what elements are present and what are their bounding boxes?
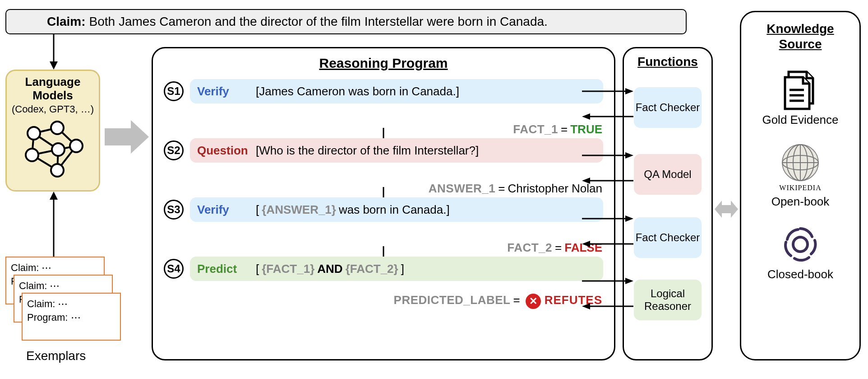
arrow-step-to-func bbox=[582, 152, 633, 159]
documents-icon bbox=[779, 70, 822, 110]
knowledge-item-closed-book: Closed-book bbox=[767, 224, 833, 281]
knowledge-item-wikipedia: WIKIPEDIA Open-book bbox=[771, 142, 830, 209]
arrow-exemplars-to-lm bbox=[47, 192, 60, 257]
claim-bar: Claim: Both James Cameron and the direct… bbox=[5, 9, 687, 34]
svg-point-16 bbox=[51, 164, 64, 177]
step-s3: S3 Verify [ {ANSWER_1} was born in Canad… bbox=[164, 197, 603, 257]
keyword-verify: Verify bbox=[197, 84, 253, 98]
functions-title: Functions bbox=[637, 55, 698, 69]
step-badge: S2 bbox=[164, 140, 184, 160]
step-badge: S1 bbox=[164, 81, 184, 101]
function-qa-model: QA Model bbox=[634, 154, 702, 195]
svg-marker-18 bbox=[50, 192, 58, 200]
arrow-func-to-step bbox=[582, 177, 633, 184]
language-models-box: LanguageModels (Codex, GPT3, …) bbox=[5, 70, 100, 192]
knowledge-item-gold-evidence: Gold Evidence bbox=[762, 70, 838, 127]
exemplars-stack: Claim: ⋯ P Claim: ⋯ P Claim: ⋯ Program: … bbox=[5, 257, 114, 338]
openai-knot-icon bbox=[780, 224, 821, 265]
arrow-func-to-step bbox=[582, 113, 633, 120]
step-s1: S1 Verify [James Cameron was born in Can… bbox=[164, 79, 603, 138]
result-answer1: ANSWER_1=Christopher Nolan bbox=[164, 163, 603, 197]
knowledge-source-panel: KnowledgeSource Gold Evidence bbox=[740, 11, 861, 360]
result-predicted-label: PREDICTED_LABEL= ✕ REFUTES bbox=[164, 281, 603, 309]
x-circle-icon: ✕ bbox=[526, 294, 541, 309]
svg-marker-39 bbox=[625, 278, 633, 284]
svg-point-12 bbox=[51, 122, 64, 134]
function-fact-checker: Fact Checker bbox=[634, 87, 702, 128]
keyword-verify: Verify bbox=[197, 203, 253, 217]
step-bar-verify: Verify [ {ANSWER_1} was born in Canada.] bbox=[190, 197, 603, 222]
step-badge: S4 bbox=[164, 259, 184, 279]
result-fact1: FACT_1=TRUE bbox=[164, 103, 603, 138]
svg-marker-29 bbox=[582, 113, 590, 120]
step-s4: S4 Predict [ {FACT_1} AND {FACT_2} ] PRE… bbox=[164, 257, 603, 309]
svg-marker-33 bbox=[582, 178, 590, 184]
arrow-step-to-func bbox=[582, 215, 633, 222]
svg-point-11 bbox=[28, 127, 40, 140]
step-badge: S3 bbox=[164, 200, 184, 220]
svg-point-52 bbox=[793, 237, 808, 252]
arrow-claim-to-lm bbox=[47, 34, 60, 70]
exemplars-label: Exemplars bbox=[26, 349, 86, 363]
neural-network-icon bbox=[17, 120, 89, 178]
svg-marker-41 bbox=[582, 303, 590, 309]
wikipedia-globe-icon bbox=[779, 142, 822, 183]
knowledge-title: KnowledgeSource bbox=[766, 21, 834, 51]
step-bar-verify: Verify [James Cameron was born in Canada… bbox=[190, 79, 603, 103]
svg-marker-42 bbox=[715, 201, 738, 218]
svg-point-15 bbox=[26, 149, 38, 161]
step-bar-predict: Predict [ {FACT_1} AND {FACT_2} ] bbox=[190, 257, 603, 281]
knowledge-label: Closed-book bbox=[767, 267, 833, 281]
svg-marker-37 bbox=[582, 241, 590, 247]
arrow-functions-knowledge bbox=[715, 194, 738, 224]
arrow-step-to-func bbox=[582, 277, 633, 285]
function-fact-checker: Fact Checker bbox=[634, 217, 702, 258]
svg-marker-19 bbox=[105, 120, 149, 154]
function-logical-reasoner: Logical Reasoner bbox=[634, 280, 702, 320]
lm-subtitle: (Codex, GPT3, …) bbox=[12, 103, 94, 115]
arrow-func-to-step bbox=[582, 303, 633, 310]
keyword-predict: Predict bbox=[197, 262, 253, 276]
reasoning-program-panel: Reasoning Program S1 Verify [James Camer… bbox=[152, 47, 615, 360]
reasoning-title: Reasoning Program bbox=[164, 56, 603, 71]
claim-text: Both James Cameron and the director of t… bbox=[89, 14, 548, 29]
step-s2: S2 Question [Who is the director of the … bbox=[164, 138, 603, 197]
svg-marker-27 bbox=[625, 88, 633, 94]
svg-marker-1 bbox=[50, 61, 58, 70]
lm-title: LanguageModels bbox=[25, 75, 81, 103]
claim-label: Claim: bbox=[47, 14, 86, 29]
keyword-question: Question bbox=[197, 144, 253, 158]
svg-marker-31 bbox=[625, 152, 633, 159]
wikipedia-wordmark: WIKIPEDIA bbox=[779, 184, 821, 192]
step-bar-question: Question [Who is the director of the fil… bbox=[190, 138, 603, 163]
knowledge-label: Gold Evidence bbox=[762, 113, 838, 127]
arrow-func-to-step bbox=[582, 240, 633, 248]
result-fact2: FACT_2=FALSE bbox=[164, 222, 603, 257]
svg-marker-35 bbox=[625, 215, 633, 222]
arrow-step-to-func bbox=[582, 88, 633, 95]
exemplar-card: Claim: ⋯ Program: ⋯ bbox=[22, 293, 121, 341]
svg-point-13 bbox=[70, 140, 83, 152]
knowledge-label: Open-book bbox=[771, 195, 830, 209]
arrow-lm-to-reasoning bbox=[105, 119, 150, 154]
functions-panel: Functions Fact Checker QA Model Fact Che… bbox=[623, 47, 713, 360]
svg-point-14 bbox=[52, 143, 65, 156]
